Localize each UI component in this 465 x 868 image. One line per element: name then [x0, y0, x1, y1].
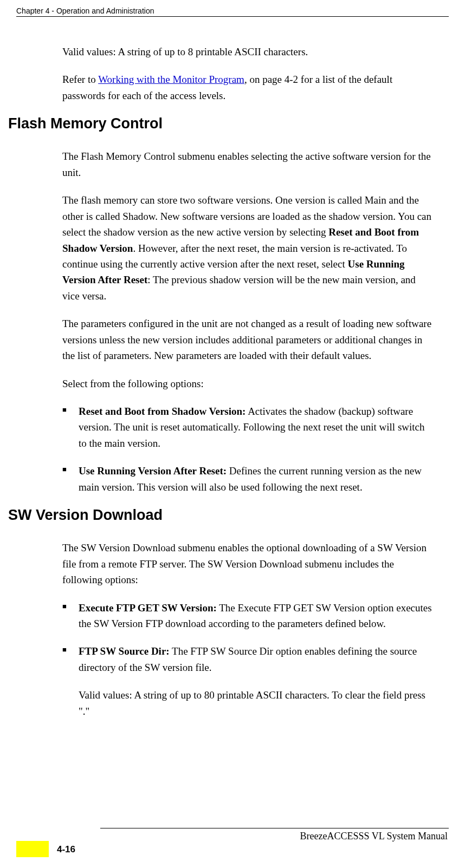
sw-para1: The SW Version Download submenu enables …	[62, 540, 435, 588]
bullet-reset-boot: Reset and Boot from Shadow Version: Acti…	[62, 403, 435, 451]
yellow-highlight	[16, 841, 49, 857]
page-header: Chapter 4 - Operation and Administration	[16, 6, 449, 17]
bullet-reset-boot-bold: Reset and Boot from Shadow Version:	[79, 406, 246, 417]
footer-page-number: 4-16	[57, 844, 75, 855]
valid-values-para: Valid values: A string of up to 8 printa…	[62, 44, 435, 60]
bullet-ftp-source-dir-bold: FTP SW Source Dir:	[79, 645, 170, 657]
flash-para3: The parameters configured in the unit ar…	[62, 316, 435, 363]
bullet-use-running: Use Running Version After Reset: Defines…	[62, 463, 435, 495]
flash-para4: Select from the following options:	[62, 376, 435, 391]
flash-para2: The flash memory can store two software …	[62, 192, 435, 304]
main-content: Valid values: A string of up to 8 printa…	[0, 17, 465, 719]
bullet-execute-ftp: Execute FTP GET SW Version: The Execute …	[62, 600, 435, 632]
sw-version-download-heading: SW Version Download	[8, 507, 435, 524]
bullet-use-running-bold: Use Running Version After Reset:	[79, 465, 227, 477]
refer-pre: Refer to	[62, 74, 98, 85]
bullet-ftp-source-dir: FTP SW Source Dir: The FTP SW Source Dir…	[62, 643, 435, 675]
flash-para1: The Flash Memory Control submenu enables…	[62, 148, 435, 180]
refer-to-para: Refer to Working with the Monitor Progra…	[62, 71, 435, 103]
footer-rule	[100, 828, 449, 828]
footer-manual-name: BreezeACCESSS VL System Manual	[8, 831, 449, 842]
page-header-title: Chapter 4 - Operation and Administration	[16, 6, 154, 15]
flash-memory-control-heading: Flash Memory Control	[8, 115, 435, 132]
page-footer: BreezeACCESSS VL System Manual 4-16	[8, 828, 449, 842]
sw-valid-values: Valid values: A string of up to 80 print…	[79, 687, 435, 719]
monitor-program-link[interactable]: Working with the Monitor Program	[98, 74, 244, 85]
bullet-execute-ftp-bold: Execute FTP GET SW Version:	[79, 602, 217, 614]
